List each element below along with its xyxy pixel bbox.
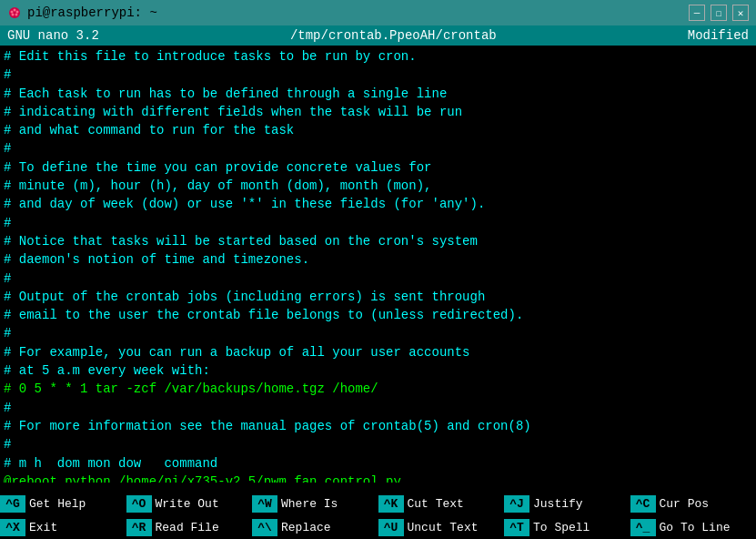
svg-point-1 xyxy=(14,9,16,12)
footer-label: Write Out xyxy=(152,497,219,511)
editor-line-21: # xyxy=(4,435,752,453)
footer-key: ^\ xyxy=(252,519,277,536)
footer-key: ^T xyxy=(504,519,529,536)
footer-item[interactable]: ^OWrite Out xyxy=(126,492,253,515)
footer-key: ^C xyxy=(630,495,656,513)
footer-key: ^J xyxy=(504,495,529,513)
editor-line-6: # To define the time you can provide con… xyxy=(4,158,752,177)
editor-line-19: # xyxy=(4,399,752,417)
title-bar-controls: — ☐ ✕ xyxy=(689,5,749,21)
svg-point-5 xyxy=(15,14,18,16)
footer-key: ^W xyxy=(252,495,277,513)
footer-item[interactable]: ^KCut Text xyxy=(378,492,505,515)
svg-point-4 xyxy=(12,14,15,16)
file-path: /tmp/crontab.PpeoAH/crontab xyxy=(290,28,497,43)
editor-line-12: # xyxy=(4,270,752,288)
title-bar-left: pi@raspberrypi: ~ xyxy=(7,5,157,20)
editor-line-7: # minute (m), hour (h), day of month (do… xyxy=(4,177,752,195)
footer-item[interactable]: ^RRead File xyxy=(126,515,253,539)
svg-point-2 xyxy=(11,11,14,14)
editor-line-14: # email to the user the crontab file bel… xyxy=(4,306,752,324)
footer-label: Cur Pos xyxy=(656,497,710,511)
editor-line-23: @reboot python /home/pi/x735-v2.5/pwm_fa… xyxy=(4,473,752,483)
footer-key: ^_ xyxy=(630,519,656,536)
footer-label: Exit xyxy=(25,521,57,534)
editor-line-13: # Output of the crontab jobs (including … xyxy=(4,288,752,306)
footer-item[interactable]: ^JJustify xyxy=(504,492,630,515)
footer-item[interactable]: ^UUncut Text xyxy=(378,515,505,539)
footer-key: ^R xyxy=(126,519,152,536)
footer-item[interactable]: ^TTo Spell xyxy=(504,515,630,539)
footer-label: Get Help xyxy=(25,497,86,511)
editor-line-20: # For more information see the manual pa… xyxy=(4,417,752,435)
editor-line-10: # Notice that tasks will be started base… xyxy=(4,232,752,250)
footer-label: Uncut Text xyxy=(404,521,479,534)
editor-line-16: # For example, you can run a backup of a… xyxy=(4,343,752,361)
footer-key: ^U xyxy=(378,519,404,536)
editor-line-11: # daemon's notion of time and timezones. xyxy=(4,250,752,269)
editor-line-17: # at 5 a.m every week with: xyxy=(4,361,752,380)
footer-item[interactable]: ^_Go To Line xyxy=(630,515,757,539)
svg-point-3 xyxy=(16,11,19,14)
editor-line-8: # and day of week (dow) or use '*' in th… xyxy=(4,195,752,213)
footer-row2: ^XExit^RRead File^\Replace^UUncut Text^T… xyxy=(0,515,756,539)
footer-label: Cut Text xyxy=(404,497,464,511)
footer-row1: ^GGet Help^OWrite Out^WWhere Is^KCut Tex… xyxy=(0,492,756,515)
editor-line-4: # and what command to run for the task xyxy=(4,121,752,139)
editor[interactable]: # Edit this file to introduce tasks to b… xyxy=(0,46,756,483)
editor-line-2: # Each task to run has to be defined thr… xyxy=(4,85,752,103)
footer-item[interactable]: ^WWhere Is xyxy=(252,492,378,515)
footer-item[interactable]: ^\Replace xyxy=(252,515,378,539)
editor-line-5: # xyxy=(4,139,752,158)
footer-item[interactable]: ^CCur Pos xyxy=(630,492,757,515)
footer-key: ^X xyxy=(0,519,25,536)
footer-item[interactable]: ^XExit xyxy=(0,515,126,539)
editor-line-18: # 0 5 * * 1 tar -zcf /var/backups/home.t… xyxy=(4,380,752,398)
editor-line-3: # indicating with different fields when … xyxy=(4,103,752,121)
modified-status: Modified xyxy=(688,28,749,43)
minimize-button[interactable]: — xyxy=(689,5,705,21)
editor-line-1: # xyxy=(4,66,752,84)
footer-key: ^O xyxy=(126,495,152,513)
nano-version: GNU nano 3.2 xyxy=(7,28,99,43)
editor-line-22: # m h dom mon dow command xyxy=(4,454,752,473)
raspberry-icon xyxy=(7,5,22,20)
close-button[interactable]: ✕ xyxy=(732,5,749,21)
footer-label: Go To Line xyxy=(656,521,731,534)
editor-line-9: # xyxy=(4,214,752,232)
nano-footer: ^GGet Help^OWrite Out^WWhere Is^KCut Tex… xyxy=(0,492,756,539)
title-text: pi@raspberrypi: ~ xyxy=(27,5,157,20)
title-bar: pi@raspberrypi: ~ — ☐ ✕ xyxy=(0,0,756,25)
footer-key: ^K xyxy=(378,495,404,513)
nano-header: GNU nano 3.2 /tmp/crontab.PpeoAH/crontab… xyxy=(0,25,756,46)
footer-label: To Spell xyxy=(529,521,590,534)
footer-label: Where Is xyxy=(277,497,338,511)
footer-label: Justify xyxy=(529,497,583,511)
footer-label: Read File xyxy=(152,521,219,534)
editor-line-0: # Edit this file to introduce tasks to b… xyxy=(4,47,752,66)
footer-item[interactable]: ^GGet Help xyxy=(0,492,126,515)
editor-line-15: # xyxy=(4,324,752,342)
maximize-button[interactable]: ☐ xyxy=(711,5,727,21)
footer-label: Replace xyxy=(277,521,331,534)
footer-key: ^G xyxy=(0,495,25,513)
